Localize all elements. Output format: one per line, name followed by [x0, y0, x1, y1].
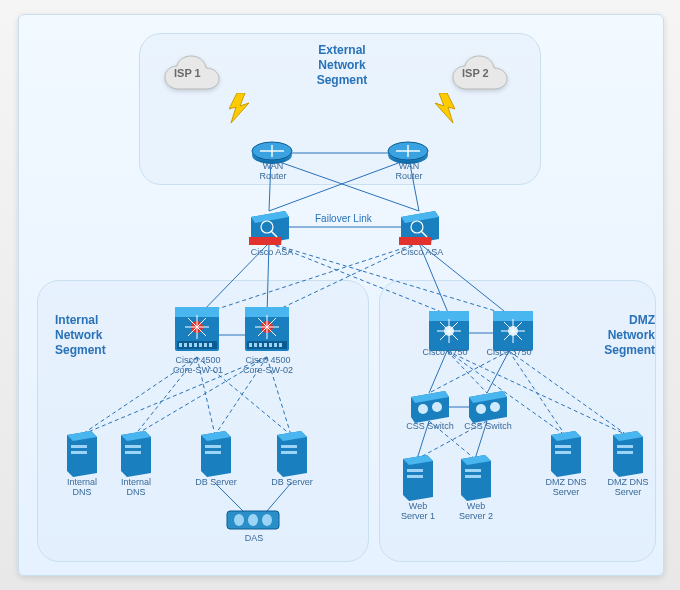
core-switch-icon [171, 303, 223, 357]
svg-line-33 [509, 351, 627, 435]
dmz-dns-2-label: DMZ DNS Server [601, 477, 655, 497]
svg-rect-117 [465, 469, 481, 472]
css-sw-1-label: CSS Switch [403, 421, 457, 431]
css-sw-2-label: CSS Switch [461, 421, 515, 431]
svg-rect-115 [407, 469, 423, 472]
int-dns-2-label: Internal DNS [111, 477, 161, 497]
server-icon [549, 429, 583, 479]
svg-rect-80 [259, 343, 262, 347]
svg-point-99 [418, 404, 428, 414]
router-icon [387, 137, 429, 159]
svg-rect-122 [617, 451, 633, 454]
storage-icon [225, 507, 281, 535]
isp1-label: ISP 1 [174, 67, 201, 79]
svg-rect-49 [249, 237, 282, 245]
svg-rect-65 [189, 343, 192, 347]
svg-rect-67 [199, 343, 202, 347]
server-icon [611, 429, 645, 479]
svg-rect-66 [194, 343, 197, 347]
svg-line-11 [269, 243, 509, 315]
server-icon [199, 429, 233, 479]
web-srv-1-label: Web Server 1 [393, 501, 443, 521]
svg-point-112 [234, 514, 244, 526]
server-icon [65, 429, 99, 479]
isp2-label: ISP 2 [462, 67, 489, 79]
svg-rect-104 [71, 451, 87, 454]
svg-line-8 [199, 243, 419, 315]
db-srv-2-label: DB Server [265, 477, 319, 487]
wan-router-1-label: WAN Router [253, 161, 293, 181]
asa-1-label: Cisco ASA [245, 247, 299, 257]
svg-rect-106 [125, 451, 141, 454]
svg-rect-105 [125, 445, 141, 448]
svg-rect-69 [209, 343, 212, 347]
svg-rect-81 [264, 343, 267, 347]
cisco-3750-1-label: Cisco 3750 [419, 347, 471, 357]
svg-rect-118 [465, 475, 481, 478]
db-srv-1-label: DB Server [189, 477, 243, 487]
css-switch-icon [467, 389, 509, 425]
asa-2-label: Cisco ASA [395, 247, 449, 257]
cisco-3750-2-label: Cisco 3750 [483, 347, 535, 357]
firewall-icon [399, 207, 441, 249]
firewall-icon [249, 207, 291, 249]
svg-rect-52 [399, 237, 432, 245]
core-switch-icon [241, 303, 293, 357]
lightning-icon [229, 93, 251, 123]
svg-rect-82 [269, 343, 272, 347]
svg-rect-116 [407, 475, 423, 478]
failover-link-label: Failover Link [315, 213, 372, 224]
svg-marker-39 [229, 93, 249, 123]
svg-rect-64 [184, 343, 187, 347]
diagram-canvas: External Network Segment Internal Networ… [18, 14, 664, 576]
lightning-icon [433, 93, 455, 123]
svg-rect-121 [617, 445, 633, 448]
web-srv-2-label: Web Server 2 [451, 501, 501, 521]
server-icon [275, 429, 309, 479]
router-icon [251, 137, 293, 159]
svg-rect-79 [254, 343, 257, 347]
svg-rect-120 [555, 451, 571, 454]
css-switch-icon [409, 389, 451, 425]
svg-point-113 [248, 514, 258, 526]
server-icon [459, 453, 493, 503]
svg-rect-107 [205, 445, 221, 448]
svg-rect-109 [281, 445, 297, 448]
svg-rect-110 [281, 451, 297, 454]
svg-rect-84 [279, 343, 282, 347]
core-sw-2-label: Cisco 4500 Core-SW-02 [239, 355, 297, 375]
svg-marker-40 [435, 93, 455, 123]
core-sw-1-label: Cisco 4500 Core-SW-01 [169, 355, 227, 375]
svg-point-114 [262, 514, 272, 526]
server-icon [119, 429, 153, 479]
svg-point-100 [432, 402, 442, 412]
svg-rect-103 [71, 445, 87, 448]
svg-rect-83 [274, 343, 277, 347]
svg-point-101 [476, 404, 486, 414]
svg-rect-68 [204, 343, 207, 347]
wan-router-2-label: WAN Router [389, 161, 429, 181]
int-dns-1-label: Internal DNS [57, 477, 107, 497]
svg-rect-119 [555, 445, 571, 448]
svg-rect-63 [179, 343, 182, 347]
dmz-dns-1-label: DMZ DNS Server [539, 477, 593, 497]
svg-point-102 [490, 402, 500, 412]
svg-rect-108 [205, 451, 221, 454]
server-icon [401, 453, 435, 503]
svg-rect-78 [249, 343, 252, 347]
das-label: DAS [237, 533, 271, 543]
